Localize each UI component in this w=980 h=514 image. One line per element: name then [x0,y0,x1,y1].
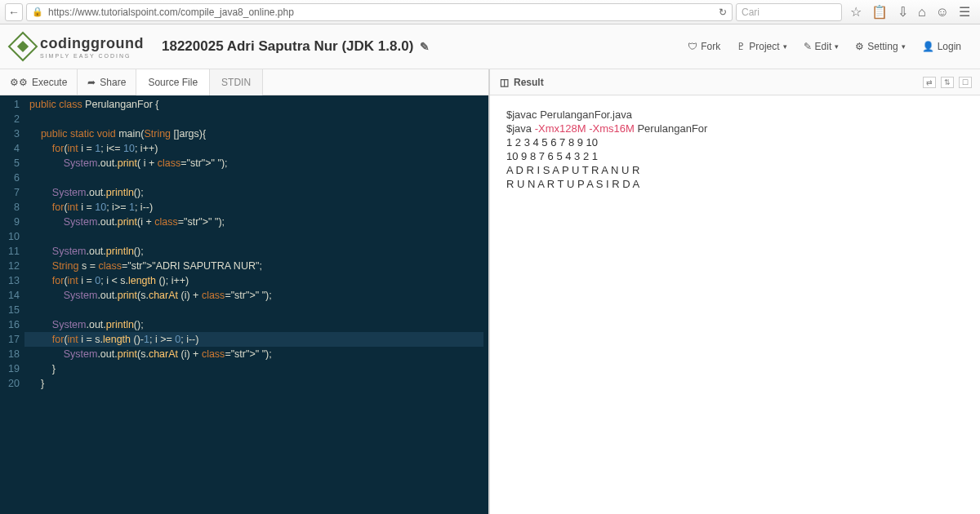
expand-icon[interactable]: ⇅ [941,77,954,88]
logo-icon [8,32,38,62]
output-line: A D R I S A P U T R A N U R [506,163,964,177]
share-button[interactable]: ➦Share [78,69,136,95]
user-icon: 👤 [922,41,934,52]
logo[interactable]: codingground SIMPLY EASY CODING [12,35,144,59]
code-line[interactable]: System.out.println(); [29,244,488,259]
line-gutter: 1234567891011121314151617181920 [0,95,24,514]
gear-icon: ⚙ [855,41,864,52]
chevron-down-icon: ▾ [835,42,839,51]
tree-icon: ♇ [737,41,746,52]
logo-text: codingground [40,35,144,52]
page-title: 18220025 Adri Saputra Nur (JDK 1.8.0) ✎ [162,38,430,55]
code-line[interactable]: System.out.println(); [29,317,488,332]
code-line[interactable]: for(int i = 10; i>= 1; i--) [29,200,488,215]
chevron-down-icon: ▾ [902,42,906,51]
code-area[interactable]: public class PerulanganFor { public stat… [24,95,488,514]
code-line[interactable]: System.out.print( i + class="str">" "); [29,156,488,171]
code-line[interactable]: for(int i = 1; i<= 10; i++) [29,141,488,156]
code-line[interactable]: System.out.print(s.charAt (i) + class="s… [29,288,488,303]
chrome-toolbar-icons: ☆ 📋 ⇩ ⌂ ☺ ☰ [845,4,975,20]
setting-button[interactable]: ⚙Setting▾ [849,38,911,55]
code-editor[interactable]: 1234567891011121314151617181920 public c… [0,95,488,514]
code-line[interactable] [29,229,488,244]
editor-toolbar: ⚙​⚙Execute ➦Share Source File STDIN [0,69,488,95]
project-button[interactable]: ♇Project▾ [730,38,793,55]
refresh-icon[interactable]: ↻ [719,7,727,18]
chevron-down-icon: ▾ [783,42,787,51]
app-header: codingground SIMPLY EASY CODING 18220025… [0,24,980,69]
result-label: ◫Result [490,77,554,88]
code-line[interactable]: System.out.print(s.charAt (i) + class="s… [29,347,488,361]
result-window-controls: ⇄ ⇅ ☐ [923,77,980,88]
editor-panel: ⚙​⚙Execute ➦Share Source File STDIN 1234… [0,69,490,514]
code-line[interactable] [29,112,488,126]
code-line[interactable]: System.out.print(i + class="str">" "); [29,215,488,229]
logo-subtext: SIMPLY EASY CODING [40,53,144,59]
code-line[interactable] [29,303,488,317]
bookmark-icon[interactable]: ☆ [850,4,862,20]
search-placeholder: Cari [742,7,760,18]
output-cmd1: $javac PerulanganFor.java [506,108,964,122]
code-line[interactable]: public class PerulanganFor { [29,97,488,112]
browser-chrome: ← 🔒 https://www.tutorialspoint.com/compi… [0,0,980,24]
code-line[interactable]: public static void main(String []args){ [29,126,488,141]
clipboard-icon[interactable]: 📋 [871,4,888,20]
code-line[interactable]: } [29,361,488,376]
download-icon[interactable]: ⇩ [898,4,908,20]
header-actions: 🛡Fork ♇Project▾ ✎Edit▾ ⚙Setting▾ 👤Login [681,38,968,55]
login-button[interactable]: 👤Login [915,38,968,55]
collapse-icon[interactable]: ⇄ [923,77,936,88]
output-cmd2: $java -Xmx128M -Xms16M PerulanganFor [506,122,964,135]
url-text: https://www.tutorialspoint.com/compile_j… [48,7,294,18]
home-icon[interactable]: ⌂ [918,4,926,20]
menu-icon[interactable]: ☰ [959,4,970,20]
fork-icon: 🛡 [688,41,697,52]
output-line: 10 9 8 7 6 5 4 3 2 1 [506,149,964,163]
output-line: 1 2 3 4 5 6 7 8 9 10 [506,135,964,149]
search-bar[interactable]: Cari [736,3,842,21]
code-line[interactable]: System.out.println(); [29,185,488,200]
tab-stdin[interactable]: STDIN [210,69,263,95]
code-line[interactable]: String s = class="str">"ADRI SAPUTRA NUR… [29,259,488,273]
app-window: codingground SIMPLY EASY CODING 18220025… [0,24,980,514]
code-line[interactable]: } [29,376,488,391]
share-icon: ➦ [87,77,96,88]
code-line[interactable] [29,171,488,185]
back-button[interactable]: ← [5,3,23,21]
fullscreen-icon[interactable]: ☐ [959,77,972,88]
body-row: ⚙​⚙Execute ➦Share Source File STDIN 1234… [0,69,980,514]
smiley-icon[interactable]: ☺ [936,4,949,20]
address-bar[interactable]: 🔒 https://www.tutorialspoint.com/compile… [26,3,733,21]
page-title-text: 18220025 Adri Saputra Nur (JDK 1.8.0) [162,38,413,55]
code-line[interactable]: for(int i = s.length ()-1; i >= 0; i--) [24,332,483,347]
fork-button[interactable]: 🛡Fork [681,38,727,55]
result-toolbar: ◫Result ⇄ ⇅ ☐ [490,69,980,95]
code-line[interactable]: for(int i = 0; i < s.length (); i++) [29,273,488,288]
tab-source-file[interactable]: Source File [136,69,210,95]
result-panel: ◫Result ⇄ ⇅ ☐ $javac PerulanganFor.java … [490,69,980,514]
edit-title-icon[interactable]: ✎ [420,40,430,53]
output-line: R U N A R T U P A S I R D A [506,177,964,191]
bars-icon: ◫ [500,77,509,88]
lock-icon: 🔒 [32,7,43,17]
edit-button[interactable]: ✎Edit▾ [797,38,846,55]
execute-button[interactable]: ⚙​⚙Execute [0,69,78,95]
output-area: $javac PerulanganFor.java $java -Xmx128M… [490,95,980,514]
pencil-icon: ✎ [804,41,812,52]
gears-icon: ⚙​⚙ [10,77,28,88]
